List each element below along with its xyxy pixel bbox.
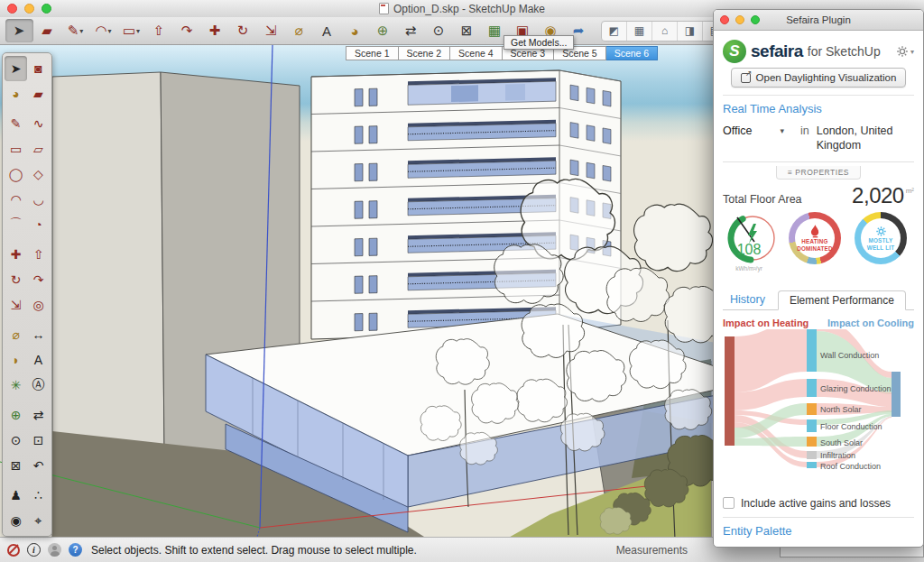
- scene-tab-6[interactable]: Scene 6: [606, 46, 659, 60]
- sankey-node-label: Wall Conduction: [820, 351, 879, 360]
- user-icon[interactable]: [48, 543, 61, 557]
- sankey-chart: Wall Conduction Glazing Conduction North…: [714, 329, 923, 497]
- scale-tool[interactable]: ⇲: [5, 292, 27, 318]
- in-label: in: [800, 124, 809, 137]
- 3d-text-tool[interactable]: Ⓐ: [27, 373, 50, 398]
- tape-measure-tool[interactable]: ⌀: [5, 322, 27, 347]
- look-around-tool[interactable]: ◉: [5, 508, 27, 533]
- follow-me-tool[interactable]: ↷: [173, 19, 201, 42]
- text-tool[interactable]: A: [313, 19, 341, 42]
- sefaira-plugin-window: Sefaira Plugin S sefaira for SketchUp ▾ …: [713, 9, 924, 548]
- sefaira-titlebar: Sefaira Plugin: [714, 10, 923, 31]
- pan-tool[interactable]: ⇄: [397, 19, 425, 42]
- scene-tab-1[interactable]: Scene 1: [346, 46, 399, 60]
- walk-tool[interactable]: ∴: [27, 483, 50, 508]
- zoom-extents-tool[interactable]: ⊠: [5, 453, 27, 478]
- make-component-tool[interactable]: ◙: [27, 56, 50, 81]
- view-right-button[interactable]: ◨: [678, 22, 703, 41]
- eraser-tool[interactable]: ▰: [33, 19, 61, 42]
- sefaira-logo-icon: S: [723, 40, 746, 63]
- scene-tab-2[interactable]: Scene 2: [399, 46, 451, 60]
- total-floor-area-label: Total Floor Area: [723, 193, 802, 206]
- freehand-tool[interactable]: ∿: [27, 111, 50, 136]
- zoom-extents-tool[interactable]: ⊠: [453, 19, 481, 42]
- select-tool[interactable]: ➤: [5, 56, 27, 81]
- sankey-node-label: Roof Conduction: [820, 461, 881, 470]
- three-point-arc-tool[interactable]: ⌒: [5, 212, 27, 237]
- view-front-button[interactable]: ⌂: [652, 22, 678, 41]
- sefaira-brand: sefaira: [751, 41, 803, 61]
- pan-tool[interactable]: ⇄: [27, 402, 50, 428]
- sefaira-brand-suffix: for SketchUp: [808, 44, 881, 59]
- credits-icon[interactable]: i: [27, 543, 41, 557]
- sankey-node-label: Glazing Conduction: [820, 384, 892, 393]
- zoom-tool[interactable]: ⊙: [425, 19, 453, 42]
- push-pull-tool[interactable]: ⇧: [145, 19, 173, 42]
- impact-on-heating-label: Impact on Heating: [723, 318, 808, 329]
- flame-icon: [810, 225, 820, 238]
- orbit-tool[interactable]: ⊕: [5, 402, 27, 428]
- scene-tab-4[interactable]: Scene 4: [450, 46, 503, 60]
- axes-tool[interactable]: ✳: [5, 373, 27, 398]
- line-tool[interactable]: ✎▾: [61, 19, 89, 42]
- heating-gauge-label: HEATINGDOMINATED: [797, 238, 832, 253]
- external-link-icon: [741, 73, 751, 83]
- push-pull-tool[interactable]: ⇧: [27, 242, 50, 267]
- sankey-node-label: South Solar: [820, 438, 863, 447]
- chevron-down-icon: ▾: [780, 126, 784, 135]
- two-point-arc-tool[interactable]: ◡: [27, 187, 50, 212]
- rotate-tool[interactable]: ↻: [5, 267, 27, 292]
- open-daylighting-button[interactable]: Open Daylighting Visualization: [731, 68, 907, 88]
- real-time-analysis-link[interactable]: Real Time Analysis: [723, 102, 914, 115]
- tape-measure-tool[interactable]: ⌀: [285, 19, 313, 42]
- use-type-select[interactable]: Office▾: [723, 124, 784, 137]
- scale-tool[interactable]: ⇲: [257, 19, 285, 42]
- geolocation-off-icon[interactable]: [7, 544, 20, 557]
- sefaira-window-title: Sefaira Plugin: [714, 14, 923, 25]
- view-top-button[interactable]: ▦: [627, 22, 652, 41]
- rectangle-tool[interactable]: ▭: [5, 136, 27, 161]
- rectangle-tool[interactable]: ▭▾: [117, 19, 145, 42]
- eui-value: 108: [723, 242, 775, 258]
- tab-element-performance[interactable]: Element Performance: [778, 290, 906, 310]
- daylighting-gauge-label: MOSTLYWELL LIT: [867, 237, 895, 252]
- line-tool[interactable]: ✎: [5, 111, 27, 136]
- position-camera-tool[interactable]: ♟: [5, 483, 27, 508]
- paint-bucket-tool[interactable]: ◕: [341, 19, 369, 42]
- text-tool[interactable]: A: [27, 347, 50, 373]
- tab-history[interactable]: History: [730, 293, 765, 306]
- sankey-node-label: Infiltration: [820, 451, 855, 460]
- gear-icon: [896, 45, 909, 58]
- lightning-icon: [748, 224, 757, 244]
- rotated-rectangle-tool[interactable]: ▱: [27, 136, 50, 161]
- rotate-tool[interactable]: ↻: [229, 19, 257, 42]
- dimension-tool[interactable]: ↔: [27, 322, 50, 347]
- circle-tool[interactable]: ◯: [5, 161, 27, 187]
- follow-me-tool[interactable]: ↷: [27, 267, 50, 292]
- orbit-tool[interactable]: ⊕: [369, 19, 397, 42]
- settings-menu-button[interactable]: ▾: [896, 45, 914, 58]
- paint-bucket-tool[interactable]: ◕: [5, 81, 27, 106]
- move-tool[interactable]: ✚: [201, 19, 229, 42]
- entity-palette-link[interactable]: Entity Palette: [723, 524, 914, 538]
- select-tool[interactable]: ➤: [5, 19, 33, 42]
- location-value[interactable]: London, United Kingdom: [817, 124, 907, 152]
- zoom-window-tool[interactable]: ⊡: [27, 428, 50, 453]
- offset-tool[interactable]: ◎: [27, 292, 50, 318]
- previous-view-tool[interactable]: ↶: [27, 453, 50, 478]
- eraser-tool[interactable]: ▰: [27, 81, 50, 106]
- polygon-tool[interactable]: ◇: [27, 161, 50, 187]
- include-active-gains-checkbox[interactable]: [723, 497, 735, 509]
- pie-tool[interactable]: ◔: [27, 212, 50, 237]
- protractor-tool[interactable]: ◗: [5, 347, 27, 373]
- help-icon[interactable]: ?: [69, 543, 82, 557]
- get-models-tooltip: Get Models...: [504, 35, 574, 50]
- arc-tool[interactable]: ◠: [5, 187, 27, 212]
- move-tool[interactable]: ✚: [5, 242, 27, 267]
- view-iso-button[interactable]: ◩: [602, 22, 627, 41]
- section-plane-tool[interactable]: ⌖: [27, 508, 50, 533]
- arc-tool[interactable]: ◠▾: [89, 19, 117, 42]
- zoom-tool[interactable]: ⊙: [5, 428, 27, 453]
- properties-button[interactable]: ≡ PROPERTIES: [776, 166, 861, 180]
- energy-use-intensity-gauge: 108 kWh/m²/yr: [723, 212, 782, 282]
